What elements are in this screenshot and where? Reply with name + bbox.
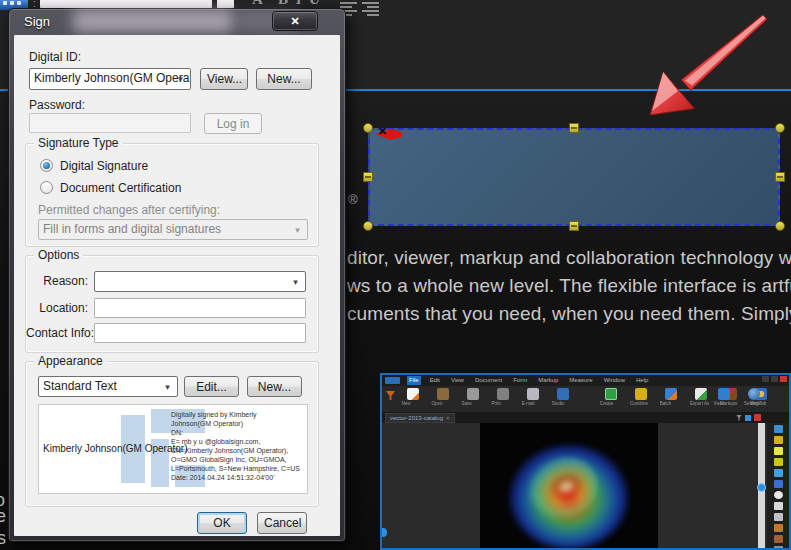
tool-icon[interactable] xyxy=(774,502,783,510)
settings-button[interactable]: Settings xyxy=(743,388,765,400)
tool-combine[interactable]: Combine xyxy=(629,388,653,400)
document-tab[interactable]: vector-2013-catalog× xyxy=(385,413,455,423)
callout-arrow-icon xyxy=(638,12,778,124)
mini-menu-edit[interactable]: Edit xyxy=(428,376,442,385)
annotation-mark: ✕ xyxy=(372,126,402,142)
new-appearance-button[interactable]: New... xyxy=(247,376,302,397)
appearance-style-select[interactable]: Standard Text ▾ xyxy=(38,376,178,397)
mini-menu-window[interactable]: Window xyxy=(602,376,627,385)
contact-info-input[interactable] xyxy=(94,323,306,343)
tool-open[interactable]: Open xyxy=(431,388,455,400)
tool-icon[interactable] xyxy=(774,524,783,532)
mini-menu-markup[interactable]: Markup xyxy=(536,376,560,385)
tool-studio[interactable]: Studio xyxy=(551,388,575,400)
tool-icon[interactable] xyxy=(774,425,783,433)
contact-info-label: Contact Info: xyxy=(26,326,88,340)
close-all-icon[interactable] xyxy=(745,415,751,421)
studio-icon xyxy=(557,388,569,400)
tool-save[interactable]: Save xyxy=(461,388,485,400)
dialog-title: Sign xyxy=(24,14,50,29)
appearance-group: Appearance Standard Text ▾ Edit... New..… xyxy=(25,361,319,507)
resize-handle-ne[interactable] xyxy=(775,123,785,133)
password-input[interactable] xyxy=(29,113,191,133)
tool-create[interactable]: Create xyxy=(599,388,623,400)
resize-handle-w[interactable] xyxy=(363,172,373,182)
tool-print[interactable]: Print xyxy=(491,388,515,400)
mini-menu-view[interactable]: View xyxy=(449,376,466,385)
ok-button[interactable]: OK xyxy=(197,512,247,534)
mini-menu-document[interactable]: Document xyxy=(473,376,504,385)
digital-id-select[interactable]: Kimberly Johnson(GM Operato ▾ xyxy=(29,68,191,90)
chevron-down-icon: ▾ xyxy=(160,377,175,396)
edit-appearance-button[interactable]: Edit... xyxy=(184,376,239,397)
mini-menubar: File Edit View Document Form Markup Meas… xyxy=(382,375,789,386)
tool-label: Save xyxy=(462,400,472,405)
document-certification-radio[interactable] xyxy=(40,181,53,194)
export-icon xyxy=(695,388,707,400)
mini-menu-form[interactable]: Form xyxy=(511,376,529,385)
tool-new[interactable]: New xyxy=(401,388,425,400)
tool-icon[interactable] xyxy=(774,546,783,550)
view-button[interactable]: View... xyxy=(200,68,248,90)
digital-signature-radio[interactable] xyxy=(40,159,53,172)
filter-icon[interactable] xyxy=(386,391,395,400)
preview-signer-name: Kimberly Johnson(GM Operator) xyxy=(43,443,188,454)
tool-icon[interactable] xyxy=(774,513,783,521)
tool-icon[interactable] xyxy=(774,480,783,488)
pan-indicator-icon[interactable] xyxy=(380,528,387,537)
signature-preview: Kimberly Johnson(GM Operator) Digitally … xyxy=(38,404,308,494)
maximize-icon[interactable] xyxy=(771,376,778,382)
scrollbar[interactable] xyxy=(758,423,765,548)
scrollbar-thumb[interactable] xyxy=(757,483,766,492)
screenshot-root: : A B I U ditor, viewer, markup and coll… xyxy=(0,0,791,550)
minimize-icon[interactable] xyxy=(762,376,769,382)
record-icon[interactable] xyxy=(754,414,761,421)
group-title: Signature Type xyxy=(34,136,123,150)
resize-handle-se[interactable] xyxy=(775,221,785,231)
tab-controls xyxy=(736,414,761,421)
reason-select[interactable]: ▾ xyxy=(94,271,306,292)
combine-icon xyxy=(635,388,647,400)
permitted-changes-select[interactable]: Fill in forms and digital signatures ▾ xyxy=(38,219,308,240)
tool-icon[interactable] xyxy=(774,469,783,477)
product-screenshot-window: File Edit View Document Form Markup Meas… xyxy=(380,373,791,550)
close-button[interactable]: ✕ xyxy=(272,11,318,31)
login-button[interactable]: Log in xyxy=(204,113,262,134)
underline-icon[interactable]: U xyxy=(309,0,320,8)
group-title: Options xyxy=(34,248,83,262)
tool-icon[interactable] xyxy=(774,535,783,543)
resize-handle-n[interactable] xyxy=(569,123,579,133)
tool-icon[interactable] xyxy=(774,491,783,499)
mini-menu-measure[interactable]: Measure xyxy=(567,376,594,385)
mini-menu-help[interactable]: Help xyxy=(634,376,650,385)
location-label: Location: xyxy=(26,301,88,315)
new-id-button[interactable]: New... xyxy=(256,68,312,90)
bold-icon[interactable]: B xyxy=(278,0,288,8)
view-button[interactable]: View xyxy=(713,388,735,400)
signature-field-selection[interactable] xyxy=(368,128,780,226)
resize-handle-sw[interactable] xyxy=(363,221,373,231)
tool-batch[interactable]: Batch xyxy=(659,388,683,400)
resize-handle-s[interactable] xyxy=(569,221,579,231)
mini-canvas xyxy=(382,423,789,548)
tool-label: View xyxy=(714,400,724,405)
tab-close-icon[interactable]: × xyxy=(446,415,450,421)
filter-icon[interactable] xyxy=(736,415,742,421)
mini-menu-file[interactable]: File xyxy=(407,376,421,385)
close-icon[interactable] xyxy=(780,376,787,382)
resize-handle-e[interactable] xyxy=(775,172,785,182)
cancel-button[interactable]: Cancel xyxy=(257,512,307,534)
italic-icon[interactable]: I xyxy=(296,0,302,8)
save-icon xyxy=(467,388,479,400)
tool-email[interactable]: E-mail xyxy=(521,388,545,400)
location-input[interactable] xyxy=(94,298,306,318)
open-folder-icon xyxy=(437,388,449,400)
font-color-icon[interactable]: A xyxy=(252,0,263,8)
tool-icon[interactable] xyxy=(774,436,783,444)
tool-icon[interactable] xyxy=(774,447,783,455)
permitted-changes-value: Fill in forms and digital signatures xyxy=(43,222,221,236)
tool-icon[interactable] xyxy=(774,458,783,466)
tool-export[interactable]: Export As xyxy=(689,388,713,400)
mini-window-controls[interactable] xyxy=(762,376,787,382)
align-right-icon[interactable] xyxy=(362,2,379,18)
